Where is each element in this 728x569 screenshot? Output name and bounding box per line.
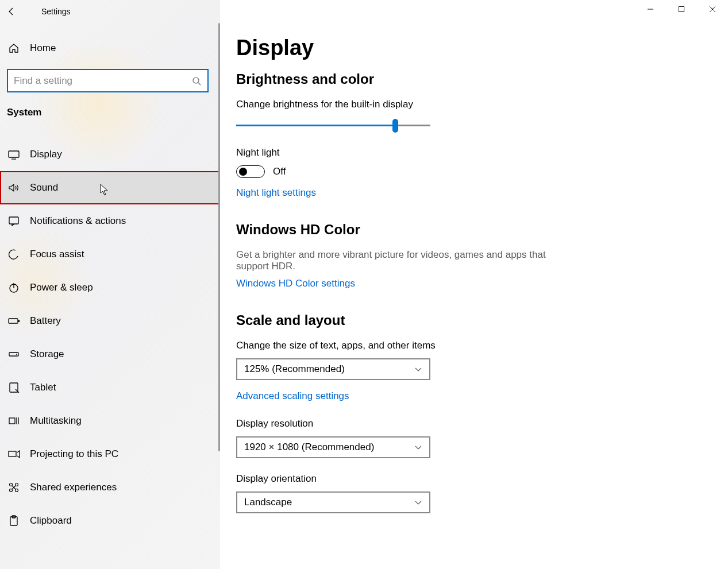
- sidebar-item-multitasking[interactable]: Multitasking: [0, 404, 220, 438]
- sidebar-item-focus-assist[interactable]: Focus assist: [0, 238, 220, 271]
- resolution-label: Display resolution: [236, 418, 650, 429]
- window-controls: [635, 0, 728, 18]
- svg-rect-17: [9, 451, 16, 456]
- power-icon: [7, 281, 21, 295]
- sidebar-item-label: Tablet: [30, 382, 56, 393]
- sidebar-item-label: Notifications & actions: [30, 215, 126, 227]
- svg-point-12: [16, 354, 17, 355]
- toggle-knob: [239, 168, 247, 176]
- svg-rect-6: [9, 217, 18, 224]
- projecting-icon: [7, 447, 21, 461]
- sidebar-item-notifications[interactable]: Notifications & actions: [0, 204, 220, 238]
- sidebar-item-projecting[interactable]: Projecting to this PC: [0, 438, 220, 471]
- scale-layout-section: Scale and layout Change the size of text…: [236, 312, 650, 513]
- section-heading: Windows HD Color: [236, 222, 650, 238]
- sidebar-item-sound[interactable]: Sound: [0, 171, 220, 204]
- minimize-icon: [647, 6, 654, 13]
- night-light-label: Night light: [236, 147, 650, 158]
- chevron-down-icon: [414, 443, 422, 451]
- night-light-state: Off: [273, 166, 286, 177]
- clipboard-icon: [7, 514, 21, 528]
- sidebar-item-label: Battery: [30, 315, 61, 327]
- home-nav-item[interactable]: Home: [0, 37, 220, 60]
- search-icon: [191, 76, 202, 86]
- close-button[interactable]: [697, 0, 728, 18]
- sidebar-item-label: Sound: [30, 182, 58, 193]
- maximize-icon: [678, 6, 685, 13]
- svg-rect-4: [9, 151, 19, 157]
- sidebar-item-power-sleep[interactable]: Power & sleep: [0, 271, 220, 304]
- orientation-label: Display orientation: [236, 473, 650, 485]
- sidebar-item-tablet[interactable]: Tablet: [0, 371, 220, 404]
- scale-value: 125% (Recommended): [244, 363, 345, 375]
- svg-rect-14: [9, 418, 15, 424]
- svg-point-21: [16, 489, 18, 492]
- svg-rect-10: [18, 320, 20, 322]
- notifications-icon: [7, 214, 21, 228]
- sidebar-item-label: Focus assist: [30, 249, 84, 260]
- home-label: Home: [30, 42, 56, 54]
- sidebar-item-label: Display: [30, 149, 62, 160]
- svg-point-18: [10, 483, 13, 486]
- minimize-button[interactable]: [635, 0, 666, 18]
- content-area: Brightness and color Change brightness f…: [236, 71, 650, 536]
- section-heading: Scale and layout: [236, 312, 650, 328]
- sidebar: Home System Display Sound Notifications …: [0, 0, 220, 569]
- orientation-value: Landscape: [244, 497, 292, 508]
- main-content: Display Brightness and color Change brig…: [220, 0, 728, 569]
- section-heading: Brightness and color: [236, 71, 650, 87]
- sidebar-nav: Display Sound Notifications & actions Fo…: [0, 138, 220, 537]
- scale-dropdown[interactable]: 125% (Recommended): [236, 358, 430, 380]
- svg-point-19: [16, 483, 18, 486]
- page-title: Display: [236, 36, 314, 60]
- hd-color-settings-link[interactable]: Windows HD Color settings: [236, 278, 650, 289]
- close-icon: [709, 6, 716, 13]
- night-light-toggle[interactable]: [236, 165, 265, 178]
- back-button[interactable]: [0, 0, 23, 23]
- titlebar: Settings: [0, 0, 728, 23]
- search-input[interactable]: [14, 75, 191, 87]
- tablet-icon: [7, 381, 21, 394]
- resolution-dropdown[interactable]: 1920 × 1080 (Recommended): [236, 436, 430, 458]
- sidebar-item-storage[interactable]: Storage: [0, 338, 220, 371]
- sidebar-item-label: Power & sleep: [30, 282, 93, 293]
- multitasking-icon: [7, 414, 21, 428]
- svg-point-2: [193, 78, 199, 83]
- sidebar-item-label: Storage: [30, 349, 64, 360]
- svg-rect-9: [9, 319, 18, 323]
- sidebar-item-label: Shared experiences: [30, 482, 117, 493]
- chevron-down-icon: [414, 365, 422, 373]
- resolution-value: 1920 × 1080 (Recommended): [244, 442, 374, 453]
- sidebar-item-display[interactable]: Display: [0, 138, 220, 171]
- brightness-label: Change brightness for the built-in displ…: [236, 99, 650, 110]
- svg-line-3: [198, 83, 201, 85]
- focus-assist-icon: [7, 247, 21, 261]
- sound-icon: [7, 181, 21, 195]
- battery-icon: [7, 314, 21, 328]
- window-title: Settings: [41, 7, 71, 16]
- advanced-scaling-link[interactable]: Advanced scaling settings: [236, 390, 650, 402]
- home-icon: [8, 42, 20, 54]
- sidebar-item-shared-experiences[interactable]: Shared experiences: [0, 471, 220, 504]
- sidebar-item-label: Clipboard: [30, 515, 72, 527]
- sidebar-item-clipboard[interactable]: Clipboard: [0, 504, 220, 537]
- display-icon: [7, 148, 21, 161]
- search-box[interactable]: [7, 69, 209, 92]
- night-light-settings-link[interactable]: Night light settings: [236, 187, 650, 199]
- sidebar-category-label: System: [7, 107, 41, 118]
- orientation-dropdown[interactable]: Landscape: [236, 491, 430, 513]
- brightness-slider[interactable]: [236, 117, 430, 133]
- svg-rect-1: [679, 7, 684, 12]
- maximize-button[interactable]: [666, 0, 697, 18]
- sidebar-item-label: Projecting to this PC: [30, 448, 118, 460]
- brightness-section: Brightness and color Change brightness f…: [236, 71, 650, 199]
- sidebar-item-battery[interactable]: Battery: [0, 304, 220, 338]
- hd-color-section: Windows HD Color Get a brighter and more…: [236, 222, 650, 289]
- svg-point-20: [10, 489, 13, 492]
- hd-description: Get a brighter and more vibrant picture …: [236, 249, 546, 272]
- arrow-left-icon: [6, 6, 17, 17]
- scale-label: Change the size of text, apps, and other…: [236, 340, 650, 351]
- chevron-down-icon: [414, 498, 422, 506]
- sidebar-item-label: Multitasking: [30, 415, 82, 427]
- shared-experiences-icon: [7, 481, 21, 494]
